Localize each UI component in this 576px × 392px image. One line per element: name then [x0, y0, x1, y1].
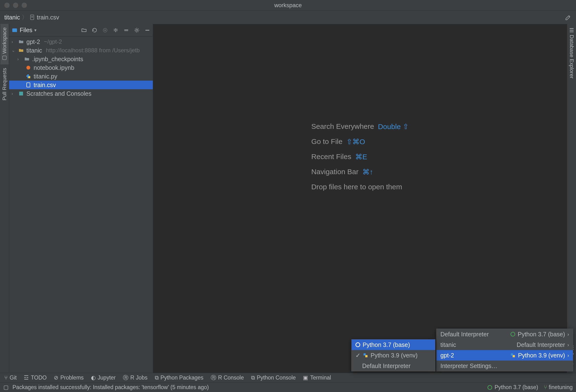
refresh-icon[interactable]: [91, 27, 98, 33]
popup-label: Python 3.7 (base): [363, 341, 410, 348]
subpopup-py39[interactable]: ✓ Python 3.9 (venv): [352, 350, 435, 361]
tool-label: Python Console: [257, 374, 296, 381]
database-icon: ☰: [569, 27, 575, 33]
edit-icon[interactable]: [565, 14, 572, 21]
check-icon: ✓: [355, 352, 360, 359]
titlebar: workspace: [0, 0, 576, 11]
popup-label: Python 3.9 (venv): [371, 352, 418, 359]
popup-value: Python 3.7 (base): [518, 331, 565, 338]
expand-icon[interactable]: [113, 27, 119, 33]
collapse-icon[interactable]: [123, 27, 129, 33]
popup-project-titanic[interactable]: titanic Default Interpreter ›: [436, 339, 573, 350]
tool-label: Jupyter: [98, 374, 116, 381]
chevron-down-icon: ⌄: [11, 48, 16, 53]
svg-rect-3: [12, 28, 17, 32]
tool-git[interactable]: ⑂Git: [4, 374, 17, 381]
r-icon: Ⓡ: [123, 374, 128, 381]
tree-file-titanic-py[interactable]: titanic.py: [9, 72, 153, 81]
tree-file-train-csv[interactable]: train.csv: [9, 81, 153, 89]
hint-label: Go to File: [311, 138, 343, 146]
minimize-window[interactable]: [13, 3, 18, 8]
tab-pull-requests[interactable]: Pull Requests: [0, 64, 9, 104]
file-icon: [29, 14, 35, 20]
hint-shortcut: ⌘↑: [362, 168, 373, 176]
popup-label: gpt-2: [440, 352, 454, 359]
status-git-branch[interactable]: ⑂ finetuning: [544, 384, 573, 391]
hint-search-everywhere: Search Everywhere Double ⇧: [311, 122, 409, 131]
hint-label: Drop files here to open them: [311, 183, 402, 191]
status-branch-label: finetuning: [549, 384, 573, 391]
tool-jupyter[interactable]: ◐Jupyter: [91, 374, 116, 381]
status-indicator-icon[interactable]: ▢: [3, 384, 9, 391]
file-tree: › gpt-2 ~/gpt-2 ⌄ titanic http://localho…: [9, 36, 153, 99]
panel-title[interactable]: Files ▾: [11, 27, 36, 34]
status-bar: ▢ Packages installed successfully: Insta…: [0, 382, 576, 392]
tree-path: ~/gpt-2: [44, 38, 62, 45]
hint-shortcut: ⇧⌘O: [346, 138, 365, 146]
tab-workspace[interactable]: ▢ Workspace: [0, 24, 9, 64]
tool-python-console[interactable]: ⧉Python Console: [251, 374, 296, 381]
tree-folder-titanic[interactable]: ⌄ titanic http://localhost:8888 from /Us…: [9, 46, 153, 55]
folder-icon: [18, 48, 25, 53]
tool-todo[interactable]: ☲TODO: [24, 374, 47, 381]
tool-rjobs[interactable]: ⓇR Jobs: [123, 374, 148, 381]
status-message: Packages installed successfully: Install…: [12, 384, 209, 391]
jupyter-icon: ◐: [91, 374, 96, 381]
tool-rconsole[interactable]: ⓇR Console: [211, 374, 244, 381]
editor-area[interactable]: Search Everywhere Double ⇧ Go to File ⇧⌘…: [153, 24, 567, 373]
tree-file-notebook[interactable]: notebook.ipynb: [9, 63, 153, 72]
tree-scratches[interactable]: › Scratches and Consoles: [9, 89, 153, 98]
hint-shortcut: Double ⇧: [378, 122, 409, 131]
tool-python-packages[interactable]: ⧉Python Packages: [155, 374, 203, 381]
status-interpreter[interactable]: Python 3.7 (base): [488, 384, 538, 391]
package-icon: ⧉: [155, 374, 159, 381]
tool-problems[interactable]: ⊘Problems: [54, 374, 84, 381]
popup-default-interpreter[interactable]: Default Interpreter Python 3.7 (base) ›: [436, 329, 573, 339]
folder-icon: [18, 39, 25, 45]
scratches-icon: [18, 91, 25, 96]
python-icon: [26, 73, 32, 79]
python-icon: ⧉: [251, 374, 255, 381]
breadcrumb-project[interactable]: titanic: [4, 14, 20, 21]
svg-point-6: [136, 29, 138, 31]
hint-label: Navigation Bar: [311, 168, 359, 176]
minimize-panel-icon[interactable]: [144, 27, 150, 33]
folder-icon: [24, 56, 30, 62]
branch-icon: ⑂: [544, 384, 547, 391]
interpreter-popup: Default Interpreter Python 3.7 (base) › …: [436, 329, 573, 371]
subpopup-default[interactable]: Default Interpreter: [352, 361, 435, 371]
svg-rect-14: [365, 355, 368, 357]
gear-icon[interactable]: [134, 27, 140, 33]
popup-project-gpt2[interactable]: gpt-2 Python 3.9 (venv) ›: [436, 350, 573, 361]
interpreter-ring-icon: [488, 385, 492, 390]
r-icon: Ⓡ: [211, 374, 216, 381]
new-folder-icon[interactable]: [81, 27, 87, 33]
maximize-window[interactable]: [22, 3, 27, 8]
chevron-right-icon: ›: [567, 332, 569, 337]
subpopup-py37[interactable]: Python 3.7 (base): [352, 339, 435, 350]
empty-state: Search Everywhere Double ⇧ Go to File ⇧⌘…: [311, 122, 409, 191]
tree-label: .ipynb_checkpoints: [32, 56, 83, 63]
breadcrumb-file[interactable]: train.csv: [29, 14, 59, 21]
chevron-right-icon: ›: [11, 39, 16, 44]
target-icon[interactable]: [102, 27, 108, 33]
list-icon: ☲: [24, 374, 29, 381]
popup-label: Default Interpreter: [355, 363, 411, 369]
tree-folder-ipynb-checkpoints[interactable]: › .ipynb_checkpoints: [9, 55, 153, 63]
breadcrumb-file-label: train.csv: [37, 14, 59, 21]
tab-workspace-label: Workspace: [1, 27, 8, 54]
right-rail: ☰ Database Explorer ☰ Jupyter: [567, 24, 576, 373]
hint-recent-files: Recent Files ⌘E: [311, 153, 409, 161]
tab-database-explorer[interactable]: ☰ Database Explorer: [568, 24, 576, 82]
tree-label: train.csv: [34, 82, 56, 88]
hint-shortcut: ⌘E: [355, 153, 367, 161]
tree-folder-gpt2[interactable]: › gpt-2 ~/gpt-2: [9, 37, 153, 46]
python-icon: [363, 353, 368, 358]
tab-database-label: Database Explorer: [569, 35, 575, 79]
popup-label: Interpreter Settings…: [440, 363, 497, 369]
bottom-toolstrip: ⑂Git ☲TODO ⊘Problems ◐Jupyter ⓇR Jobs ⧉P…: [0, 373, 576, 382]
popup-interpreter-settings[interactable]: Interpreter Settings…: [436, 361, 573, 371]
hint-navigation-bar: Navigation Bar ⌘↑: [311, 168, 409, 176]
close-window[interactable]: [4, 3, 10, 8]
tool-terminal[interactable]: ▣Terminal: [303, 374, 331, 381]
